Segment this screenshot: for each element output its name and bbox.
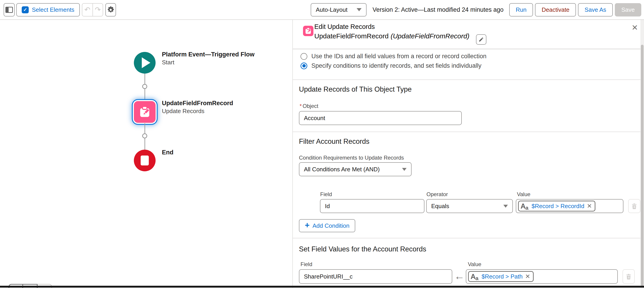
section-divider bbox=[293, 132, 641, 132]
layout-select-value: Auto-Layout bbox=[316, 6, 347, 13]
undo-redo-group: ↶ ↷ bbox=[82, 3, 103, 16]
chevron-down-icon bbox=[356, 8, 362, 11]
condition-requirements-select[interactable]: All Conditions Are Met (AND) bbox=[299, 162, 412, 176]
start-node[interactable] bbox=[134, 52, 156, 74]
object-section-heading: Update Records of This Object Type bbox=[299, 85, 412, 93]
gear-icon bbox=[107, 6, 114, 13]
condition-value-label: Value bbox=[517, 191, 530, 197]
object-input-value: Account bbox=[304, 115, 325, 122]
condition-requirements-value: All Conditions Are Met (AND) bbox=[304, 166, 380, 173]
condition-value-input[interactable]: Aa $Record > RecordId ✕ bbox=[516, 199, 624, 213]
remove-pill-icon[interactable]: ✕ bbox=[587, 203, 592, 209]
undo-icon: ↶ bbox=[84, 5, 90, 14]
object-field-label: *Object bbox=[300, 103, 318, 109]
radio-option-ids-label: Use the IDs and all field values from a … bbox=[311, 53, 486, 60]
end-node[interactable] bbox=[134, 150, 156, 171]
update-node-title: UpdateFieldFromRecord bbox=[162, 100, 233, 107]
deactivate-button[interactable]: Deactivate bbox=[535, 3, 576, 16]
save-button[interactable]: Save bbox=[615, 3, 641, 16]
close-icon[interactable]: ✕ bbox=[632, 23, 638, 32]
set-value-label: Value bbox=[468, 261, 482, 268]
radio-option-conditions-label: Specify conditions to identify records, … bbox=[311, 62, 482, 69]
delete-field-value-button[interactable] bbox=[622, 269, 635, 284]
flow-canvas[interactable]: Platform Event—Triggered Flow Start Upda… bbox=[0, 20, 292, 288]
radio-option-ids[interactable]: Use the IDs and all field values from a … bbox=[300, 53, 486, 60]
condition-operator-label: Operator bbox=[426, 191, 448, 197]
update-node-subtitle: Update Records bbox=[162, 108, 204, 115]
chevron-down-icon bbox=[503, 205, 508, 208]
trash-icon bbox=[631, 203, 638, 209]
section-divider bbox=[293, 238, 641, 238]
add-condition-button[interactable]: + Add Condition bbox=[299, 219, 355, 232]
edit-update-records-panel: Edit Update Records UpdateFieldFromRecor… bbox=[292, 20, 640, 288]
end-node-label: End bbox=[162, 149, 174, 156]
add-element-button[interactable] bbox=[142, 84, 147, 89]
condition-pill-text: $Record > RecordId bbox=[532, 203, 584, 210]
condition-operator-value: Equals bbox=[431, 203, 449, 210]
panel-toggle-icon bbox=[6, 7, 13, 13]
assignment-arrow-icon: ← bbox=[454, 270, 465, 282]
toolbar: ✓ Select Elements ↶ ↷ Auto-Layout Versio… bbox=[0, 0, 644, 20]
api-name-text: UpdateFieldFromRecord bbox=[314, 32, 388, 40]
text-data-type-icon: Aa bbox=[470, 273, 479, 280]
stop-icon bbox=[141, 155, 149, 165]
toggle-toolbox-button[interactable] bbox=[4, 3, 15, 16]
undo-button[interactable]: ↶ bbox=[82, 3, 92, 16]
filter-section-heading: Filter Account Records bbox=[299, 138, 370, 145]
condition-field-value: Id bbox=[325, 203, 330, 210]
radio-unselected-icon[interactable] bbox=[300, 53, 307, 60]
save-as-button[interactable]: Save As bbox=[578, 3, 612, 16]
set-value-pill[interactable]: Aa $Record > Path ✕ bbox=[468, 271, 534, 282]
plus-icon: + bbox=[305, 221, 310, 229]
radio-option-conditions[interactable]: Specify conditions to identify records, … bbox=[300, 62, 482, 69]
connector-line bbox=[144, 74, 145, 84]
condition-value-pill[interactable]: Aa $Record > RecordId ✕ bbox=[518, 201, 596, 211]
set-value-pill-text: $Record > Path bbox=[482, 273, 522, 280]
panel-api-name: UpdateFieldFromRecord (UpdateFieldFromRe… bbox=[314, 32, 470, 40]
flow-settings-button[interactable] bbox=[105, 3, 116, 16]
set-value-input[interactable]: Aa $Record > Path ✕ bbox=[466, 269, 618, 284]
update-records-icon bbox=[303, 26, 314, 36]
condition-field-input[interactable]: Id bbox=[320, 199, 424, 213]
edit-label-button[interactable] bbox=[476, 34, 486, 45]
set-field-input[interactable]: SharePointURI__c bbox=[299, 269, 452, 284]
layout-select[interactable]: Auto-Layout bbox=[311, 3, 366, 16]
redo-icon: ↷ bbox=[95, 5, 101, 14]
start-node-title: Platform Event—Triggered Flow bbox=[162, 51, 254, 58]
delete-condition-button[interactable] bbox=[628, 199, 640, 213]
run-button[interactable]: Run bbox=[509, 3, 533, 16]
panel-title: Edit Update Records bbox=[314, 23, 375, 30]
chevron-down-icon bbox=[402, 168, 406, 171]
panel-header: Edit Update Records UpdateFieldFromRecor… bbox=[293, 20, 640, 49]
trash-icon bbox=[625, 273, 632, 280]
select-elements-button[interactable]: ✓ Select Elements bbox=[16, 3, 80, 16]
redo-button[interactable]: ↷ bbox=[92, 3, 103, 16]
api-name-paren: (UpdateFieldFromRecord) bbox=[390, 32, 469, 40]
connector-line bbox=[144, 89, 145, 101]
radio-selected-icon[interactable] bbox=[300, 63, 307, 69]
condition-requirements-label: Condition Requirements to Update Records bbox=[299, 155, 404, 161]
object-input[interactable]: Account bbox=[299, 111, 462, 125]
text-data-type-icon: Aa bbox=[520, 203, 529, 210]
set-field-label: Field bbox=[300, 261, 312, 268]
remove-pill-icon[interactable]: ✕ bbox=[525, 274, 530, 280]
update-records-node[interactable] bbox=[134, 101, 156, 123]
toolbar-right: Auto-Layout Version 2: Active—Last modif… bbox=[311, 3, 641, 16]
play-icon bbox=[142, 57, 150, 68]
version-status-text: Version 2: Active—Last modified 24 minut… bbox=[372, 6, 503, 13]
section-divider bbox=[293, 79, 641, 80]
set-values-heading: Set Field Values for the Account Records bbox=[299, 245, 426, 253]
condition-operator-select[interactable]: Equals bbox=[426, 199, 513, 213]
bottom-edge-bar bbox=[0, 286, 644, 288]
connector-line bbox=[144, 138, 145, 150]
clipboard-pencil-icon bbox=[138, 105, 151, 119]
add-condition-label: Add Condition bbox=[312, 222, 349, 229]
pencil-icon bbox=[478, 37, 484, 42]
select-elements-label: Select Elements bbox=[32, 6, 74, 13]
set-field-value: SharePointURI__c bbox=[304, 273, 352, 280]
connector-line bbox=[144, 123, 145, 133]
start-node-subtitle: Start bbox=[162, 59, 174, 66]
condition-field-label: Field bbox=[320, 191, 332, 197]
add-element-button[interactable] bbox=[142, 133, 147, 138]
panel-scrollbar-thumb[interactable] bbox=[641, 45, 644, 286]
